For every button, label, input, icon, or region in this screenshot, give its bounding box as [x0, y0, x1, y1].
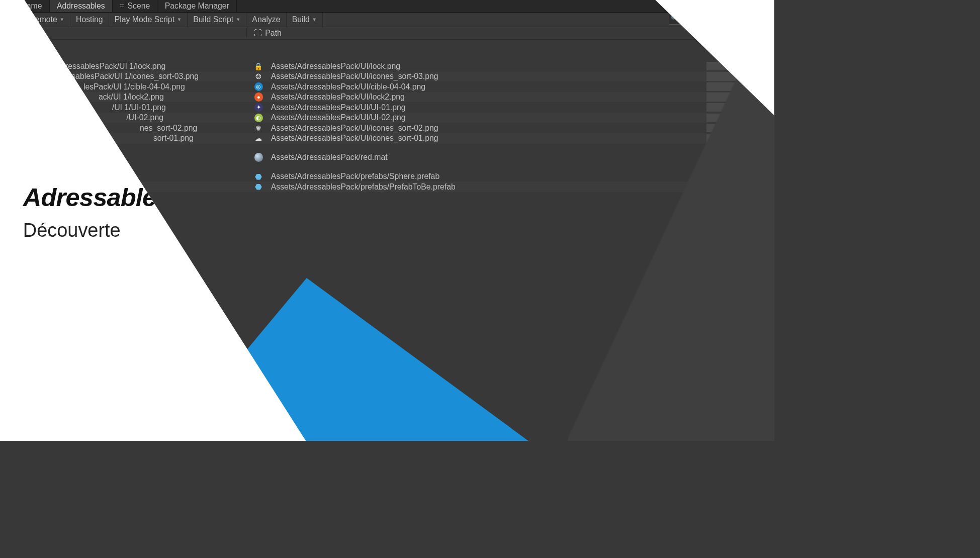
column-path-label: Path — [265, 29, 282, 38]
asset-row[interactable]: AdressablesPack/UI 1/lock.png 🔒 Assets/A… — [0, 61, 774, 71]
asset-address: lesPack/UI 1/cible-04-04.png — [83, 82, 185, 91]
label-field[interactable] — [706, 182, 765, 191]
analyze-label: Analyze — [252, 15, 280, 24]
asset-row[interactable]: nes_sort-02.png ✺ Assets/AdressablesPack… — [0, 123, 774, 133]
play-mode-label: Play Mode Script — [115, 15, 174, 24]
analyze-button[interactable]: Analyze — [246, 13, 286, 26]
asset-path: Assets/AdressablesPack/UI/lock2.png — [271, 92, 405, 101]
label-field[interactable] — [706, 103, 765, 112]
build-script-label: Build Script — [193, 15, 233, 24]
tab-package-manager[interactable]: Package Manager — [157, 0, 237, 12]
scene-icon: ⌗ — [120, 2, 124, 11]
prefab-icon: ⬣ — [255, 182, 262, 192]
material-icon — [254, 153, 263, 161]
asset-address: ssablesPack/UI 1/icones_sort-03.png — [67, 72, 199, 80]
path-icon: ⛶ — [254, 29, 262, 38]
swirl-icon: ❂ — [255, 72, 261, 80]
asset-path: Assets/AdressablesPack/UI/UI-01.png — [271, 103, 406, 112]
wings-icon: ✦ — [254, 103, 263, 112]
tab-addressables[interactable]: Addressables — [50, 0, 113, 12]
hosting-button[interactable]: Hosting — [70, 13, 109, 26]
group-data[interactable]: In Data — [0, 40, 774, 50]
lock-icon: 🔒 — [254, 62, 263, 70]
asset-row[interactable]: lesPack/UI 1/cible-04-04.png ◎ Assets/Ad… — [0, 81, 774, 92]
asset-path: Assets/AdressablesPack/UI/icones_sort-02… — [271, 124, 438, 132]
tab-scene[interactable]: ⌗ Scene — [113, 0, 158, 12]
hosting-label: Hosting — [76, 15, 103, 24]
label-field[interactable] — [706, 124, 765, 132]
build-script-dropdown[interactable]: Build Script ▼ — [188, 13, 246, 26]
asset-address: nes_sort-02.png — [140, 124, 197, 132]
asset-address: ack/UI 1/lock2.png — [99, 92, 164, 101]
chevron-down-icon: ▼ — [177, 17, 182, 22]
spark-icon: ✺ — [255, 124, 261, 132]
prefab-icon: ⬣ — [255, 172, 262, 181]
build-dropdown[interactable]: Build ▼ — [287, 13, 323, 26]
toolbar: Profile: remote ▼ Hosting Play Mode Scri… — [0, 13, 774, 27]
asset-address: /UI-02.png — [126, 113, 163, 122]
earth-icon: ◐ — [254, 114, 263, 122]
label-field[interactable] — [706, 114, 765, 122]
asset-row[interactable]: /UI 1/UI-01.png ✦ Assets/AdressablesPack… — [0, 102, 774, 113]
asset-row[interactable]: ssablesPack/UI 1/icones_sort-03.png ❂ As… — [0, 71, 774, 82]
asset-row[interactable]: ack/UI 1/lock2.png ● Assets/AdressablesP… — [0, 92, 774, 103]
build-label: Build — [292, 15, 310, 24]
asset-path: Assets/AdressablesPack/red.mat — [271, 153, 388, 161]
chevron-down-icon: ▼ — [236, 17, 240, 22]
asset-path: Assets/AdressablesPack/prefabs/Sphere.pr… — [271, 172, 439, 180]
asset-path: Assets/AdressablesPack/prefabs/PrefabToB… — [271, 182, 456, 191]
tab-label: Package Manager — [165, 2, 229, 11]
asset-path: Assets/AdressablesPack/UI/icones_sort-01… — [271, 134, 438, 142]
play-mode-dropdown[interactable]: Play Mode Script ▼ — [109, 13, 188, 26]
asset-path: Assets/AdressablesPack/UI/cible-04-04.pn… — [271, 82, 425, 91]
badge-icon: ● — [254, 92, 263, 101]
label-field[interactable] — [706, 134, 765, 143]
target-icon: ◎ — [254, 82, 263, 91]
asset-row[interactable]: sort-01.png ☁ Assets/AdressablesPack/UI/… — [0, 133, 774, 144]
asset-path: Assets/AdressablesPack/UI/lock.png — [271, 62, 400, 70]
chevron-down-icon: ▼ — [312, 17, 317, 22]
overlay-subtitle: Découverte — [23, 220, 306, 241]
asset-path: Assets/AdressablesPack/UI/icones_sort-03… — [271, 72, 438, 80]
chevron-down-icon: ▼ — [60, 17, 64, 22]
group-default[interactable]: Default) — [0, 50, 774, 61]
tab-label: Addressables — [57, 2, 105, 11]
tab-label: Scene — [127, 2, 150, 11]
column-headers: et Address ⛶ Path — [0, 27, 774, 40]
asset-address: sort-01.png — [153, 134, 194, 142]
asset-address: /UI 1/UI-01.png — [112, 103, 166, 112]
asset-path: Assets/AdressablesPack/UI/UI-02.png — [271, 113, 406, 122]
asset-address: AdressablesPack/UI 1/lock.png — [56, 62, 166, 70]
label-field[interactable] — [706, 172, 765, 180]
asset-row[interactable]: /UI-02.png ◐ Assets/AdressablesPack/UI/U… — [0, 113, 774, 123]
cloud-icon: ☁ — [255, 134, 262, 142]
label-field[interactable] — [706, 153, 765, 161]
